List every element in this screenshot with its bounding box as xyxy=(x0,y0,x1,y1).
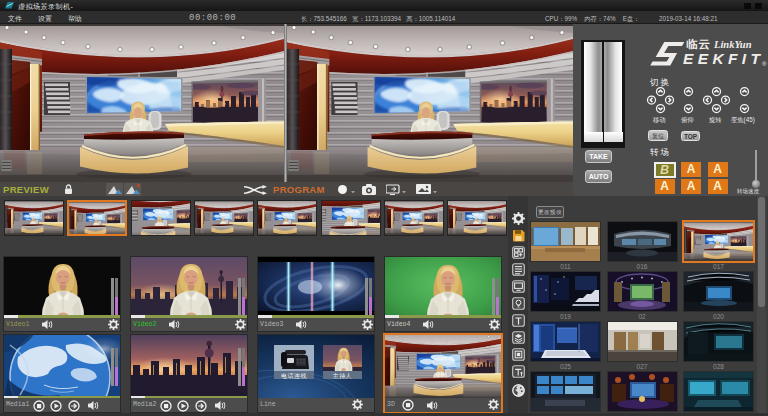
svg-text:LinkYun: LinkYun xyxy=(713,39,752,50)
svg-text:旋转: 旋转 xyxy=(709,116,722,124)
svg-text:EEKFIT: EEKFIT xyxy=(683,50,762,67)
svg-text:临云: 临云 xyxy=(686,38,711,50)
svg-text:®: ® xyxy=(762,61,767,67)
svg-text:电话连线: 电话连线 xyxy=(281,373,307,380)
svg-text:变焦(45): 变焦(45) xyxy=(731,116,755,124)
svg-text:主持人: 主持人 xyxy=(333,372,353,380)
svg-text:移动: 移动 xyxy=(653,116,666,124)
svg-text:俯仰: 俯仰 xyxy=(681,116,694,124)
